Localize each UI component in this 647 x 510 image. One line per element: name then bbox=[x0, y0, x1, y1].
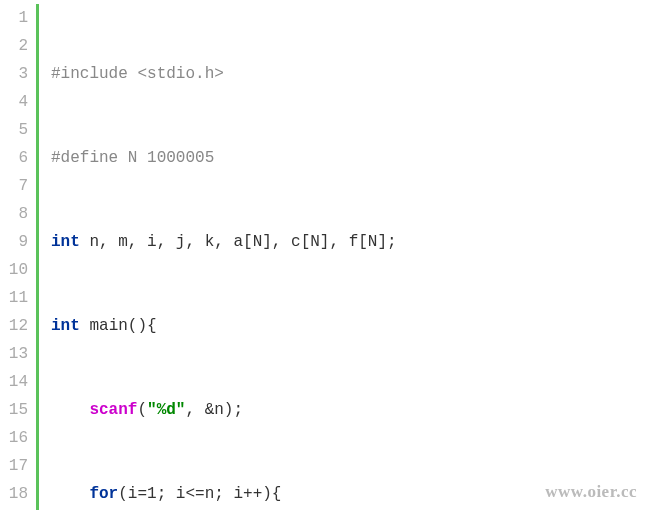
line-number: 11 bbox=[0, 284, 28, 312]
code-line: #include <stdio.h> bbox=[51, 60, 445, 88]
line-number: 6 bbox=[0, 144, 28, 172]
preproc-define: #define bbox=[51, 149, 118, 167]
preproc-include: #include bbox=[51, 65, 128, 83]
line-number: 14 bbox=[0, 368, 28, 396]
line-number: 16 bbox=[0, 424, 28, 452]
string-literal: "%d" bbox=[147, 401, 185, 419]
fn-scanf: scanf bbox=[89, 401, 137, 419]
declarations: n, m, i, j, k, a[N], c[N], f[N]; bbox=[80, 233, 397, 251]
line-number: 2 bbox=[0, 32, 28, 60]
watermark: www.oier.cc bbox=[545, 482, 637, 502]
kw-for: for bbox=[89, 485, 118, 503]
code-block: 1 2 3 4 5 6 7 8 9 10 11 12 13 14 15 16 1… bbox=[0, 0, 647, 510]
kw-int: int bbox=[51, 317, 80, 335]
code-line: for(i=1; i<=n; i++){ bbox=[51, 480, 445, 508]
macro-def: N 1000005 bbox=[128, 149, 214, 167]
line-number: 7 bbox=[0, 172, 28, 200]
include-file: <stdio.h> bbox=[137, 65, 223, 83]
line-number: 5 bbox=[0, 116, 28, 144]
line-number: 15 bbox=[0, 396, 28, 424]
line-number: 13 bbox=[0, 340, 28, 368]
line-number: 3 bbox=[0, 60, 28, 88]
line-number: 4 bbox=[0, 88, 28, 116]
code-line: int main(){ bbox=[51, 312, 445, 340]
code-line: int n, m, i, j, k, a[N], c[N], f[N]; bbox=[51, 228, 445, 256]
fn-main: main bbox=[89, 317, 127, 335]
line-number: 10 bbox=[0, 256, 28, 284]
kw-int: int bbox=[51, 233, 80, 251]
line-number-gutter: 1 2 3 4 5 6 7 8 9 10 11 12 13 14 15 16 1… bbox=[0, 4, 36, 510]
line-number: 1 bbox=[0, 4, 28, 32]
line-number: 18 bbox=[0, 480, 28, 508]
gutter-bar bbox=[36, 4, 39, 510]
code-content: #include <stdio.h> #define N 1000005 int… bbox=[51, 4, 445, 510]
line-number: 8 bbox=[0, 200, 28, 228]
line-number: 17 bbox=[0, 452, 28, 480]
code-line: scanf("%d", &n); bbox=[51, 396, 445, 424]
line-number: 9 bbox=[0, 228, 28, 256]
line-number: 12 bbox=[0, 312, 28, 340]
code-line: #define N 1000005 bbox=[51, 144, 445, 172]
